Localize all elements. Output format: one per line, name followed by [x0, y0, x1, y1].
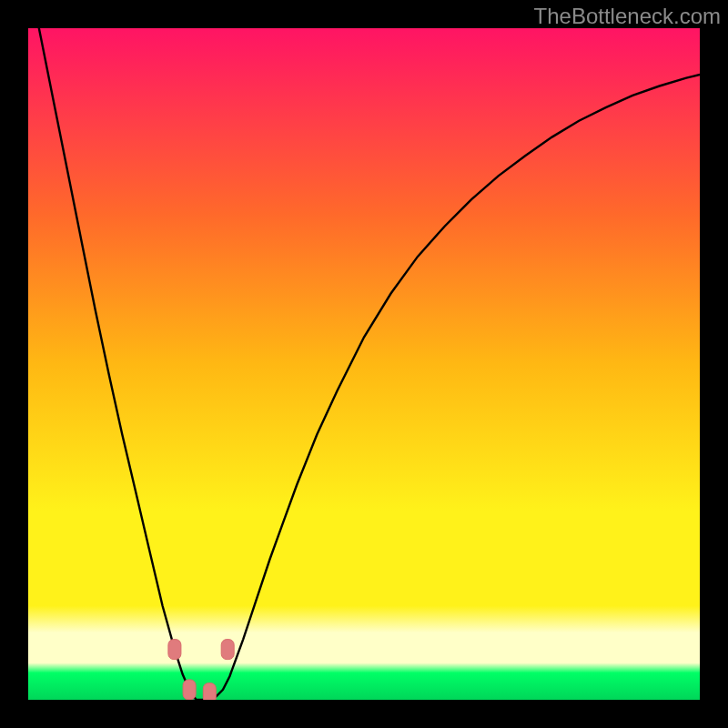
curve-marker: [221, 640, 234, 660]
plot-svg: [28, 28, 700, 700]
curve-marker: [168, 640, 181, 660]
chart-frame: TheBottleneck.com: [0, 0, 728, 728]
curve-marker: [203, 683, 216, 700]
curve-marker: [183, 680, 196, 700]
watermark-text: TheBottleneck.com: [534, 4, 721, 29]
gradient-background: [28, 28, 700, 700]
plot-area: [28, 28, 700, 700]
